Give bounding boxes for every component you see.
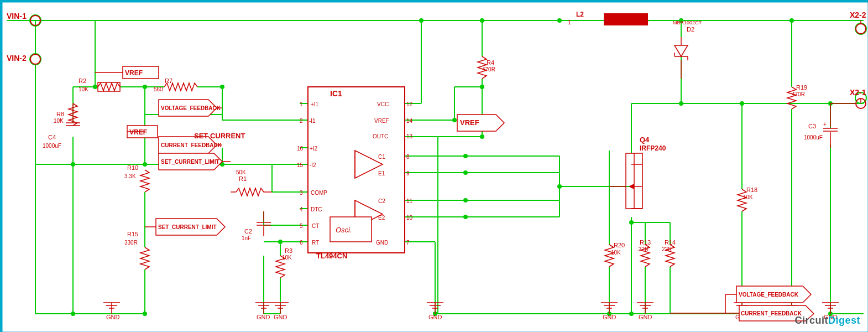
r4-label: R4 [487,59,494,66]
r15-label: R15 [127,231,138,237]
c2-cap-label: C2 [244,228,252,235]
pin1-label: +I1 [311,101,319,107]
gnd6-label: GND [639,314,652,320]
svg-point-100 [480,18,484,23]
svg-point-130 [789,18,794,23]
q4-label: Q4 [640,136,650,144]
pin4-label: DTC [311,206,322,212]
pin7-num: 7 [406,240,410,246]
pin11-num: 11 [406,198,413,204]
c3-label: C3 [808,123,816,129]
r18-label: R18 [746,186,757,193]
d2-part-label: MBR1002CT [673,20,702,25]
pin2-label: -I1 [309,118,316,124]
c4-val: 1000uF [43,143,61,149]
svg-rect-213 [604,13,648,25]
gnd2-label: GND [257,314,270,320]
l2-label: L2 [576,11,584,18]
q4-part-label: IRFP240 [640,144,666,152]
brand-label: CircuitDigest [794,315,860,326]
r1-label: R1 [239,175,247,182]
pin9-num: 9 [406,170,410,177]
svg-point-122 [629,220,634,225]
r2-val: 10K [79,86,88,92]
r10-val: 3.3K [124,173,136,179]
r15-val: 330R [124,240,138,246]
cfb-label2: CURRENT_FEEDBACK [741,310,802,317]
r20-label: R20 [614,242,625,248]
d2-label: D2 [687,26,694,33]
schematic-diagram: VIN-1 VIN-2 VREF R2 10K R7 560 VOLTAGE_F… [0,0,868,332]
svg-point-29 [143,162,147,167]
pin15-num: 15 [297,162,304,168]
pine1-label: E1 [378,170,385,177]
pin12-num: 12 [406,101,413,107]
svg-point-103 [557,18,562,23]
pin1-num: 1 [300,101,303,107]
vref-box-label: VREF [125,69,143,77]
pin16-label: +I2 [310,146,318,152]
cfb-label1: CURRENT_FEEDBACK [161,142,222,148]
svg-point-21 [220,85,224,89]
vfb-label2: VOLTAGE_FEEDBACK [739,292,799,298]
ic1-label: IC1 [330,89,342,98]
pin10-num: 10 [406,215,413,221]
pin3-num: 3 [300,190,303,196]
svg-point-95 [557,184,562,189]
pin6-num: 6 [300,240,303,246]
pin6-label: RT [312,240,319,246]
svg-point-20 [143,85,147,89]
scl-label2: SET_CURRENT_LIMIT [158,224,217,230]
ic1-name: TL494CN [316,252,347,260]
x22-label: X2-2 [850,11,866,19]
osci-label: Osci. [336,226,352,234]
pinvcc-label: VCC [377,101,389,107]
pinvref-label: VREF [374,118,389,124]
gnd4-label: GND [428,314,442,320]
pinoutc-label: OUTC [373,133,388,139]
l2-1-label: 1 [568,19,571,25]
c3-val: 1000uF [804,134,823,141]
gnd1-label: GND [106,314,120,320]
set-current-label: SET CURRENT [194,132,245,140]
r3-label: R3 [285,247,292,254]
svg-point-99 [480,134,484,139]
c2-val: 1nF [242,235,251,241]
c3-plus: + [823,121,827,127]
r7-val: 560 [154,86,163,92]
pin8-num: 8 [406,154,410,160]
vref-right-label: VREF [460,118,479,127]
pinc1-label: C1 [378,154,385,160]
r19-label: R19 [796,84,807,91]
r10-label: R10 [127,164,138,171]
gnd3-label: GND [274,314,287,320]
pin16-num: 16 [297,146,304,152]
pin15-label: -I2 [310,162,316,168]
x21-label: X2-1 [850,88,866,97]
vin1-label: VIN-1 [7,12,27,20]
pinc2-label: C2 [378,198,385,204]
pin5-num: 5 [300,223,303,229]
r1-val: 50K [236,169,246,175]
vfb-label1: VOLTAGE_FEEDBACK [161,105,221,111]
svg-point-146 [480,85,484,89]
svg-point-136 [740,101,744,106]
pingnd-ic-label: GND [376,240,388,246]
pin14-num: 14 [406,118,413,124]
r7-label: R7 [165,77,172,84]
gnd5-label: GND [603,314,616,320]
vref-box2-label: VREF [129,128,147,136]
pin4-num: 4 [300,206,303,212]
scl-label1: SET_CURRENT_LIMIT [161,159,219,165]
c4-plus: + [59,117,62,123]
c4-label: C4 [48,134,56,141]
svg-point-74 [419,18,423,23]
pin2-num: 2 [300,118,303,124]
vin2-label: VIN-2 [7,54,27,63]
pin3-label: COMP [311,190,327,196]
pin13-num: 13 [406,133,413,139]
pin5-label: CT [312,223,319,229]
r2-label: R2 [79,77,86,84]
